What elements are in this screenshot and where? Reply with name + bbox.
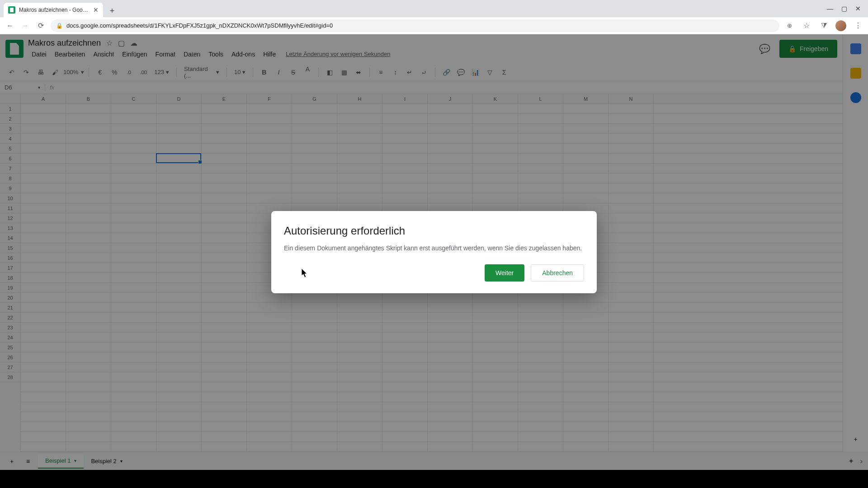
- browser-menu-icon[interactable]: ⋮: [853, 20, 863, 31]
- sheets-favicon-icon: [8, 6, 15, 14]
- black-letterbox: [0, 470, 868, 488]
- reload-icon[interactable]: ⟳: [35, 20, 46, 31]
- forward-icon[interactable]: →: [20, 20, 31, 31]
- tab-title: Makros aufzeichnen - Google Ta: [19, 7, 90, 13]
- star-icon[interactable]: ☆: [801, 20, 812, 31]
- new-tab-button[interactable]: +: [106, 5, 118, 17]
- modal-overlay: Autorisierung erforderlich Ein diesem Do…: [0, 34, 868, 470]
- maximize-window-icon[interactable]: ▢: [841, 5, 847, 12]
- url-text: docs.google.com/spreadsheets/d/1FKYLxFDp…: [66, 22, 333, 29]
- browser-profile-avatar[interactable]: [835, 20, 846, 31]
- close-tab-icon[interactable]: ✕: [93, 6, 99, 14]
- back-icon[interactable]: ←: [5, 20, 15, 31]
- mouse-cursor: [302, 268, 309, 280]
- zoom-icon[interactable]: ⊕: [784, 20, 795, 31]
- authorization-dialog: Autorisierung erforderlich Ein diesem Do…: [271, 211, 597, 293]
- close-window-icon[interactable]: ✕: [855, 5, 861, 12]
- browser-address-bar: ← → ⟳ 🔒 docs.google.com/spreadsheets/d/1…: [0, 17, 868, 34]
- continue-button[interactable]: Weiter: [485, 264, 524, 282]
- browser-tab-bar: Makros aufzeichnen - Google Ta ✕ + — ▢ ✕: [0, 0, 868, 17]
- cancel-button[interactable]: Abbrechen: [531, 264, 584, 282]
- dialog-body: Ein diesem Dokument angehängtes Skript k…: [284, 244, 584, 252]
- dialog-title: Autorisierung erforderlich: [284, 225, 584, 237]
- extensions-icon[interactable]: ⧩: [818, 20, 829, 31]
- url-input[interactable]: 🔒 docs.google.com/spreadsheets/d/1FKYLxF…: [51, 19, 779, 32]
- minimize-window-icon[interactable]: —: [827, 5, 833, 12]
- browser-tab[interactable]: Makros aufzeichnen - Google Ta ✕: [4, 3, 103, 17]
- lock-icon: 🔒: [56, 23, 63, 29]
